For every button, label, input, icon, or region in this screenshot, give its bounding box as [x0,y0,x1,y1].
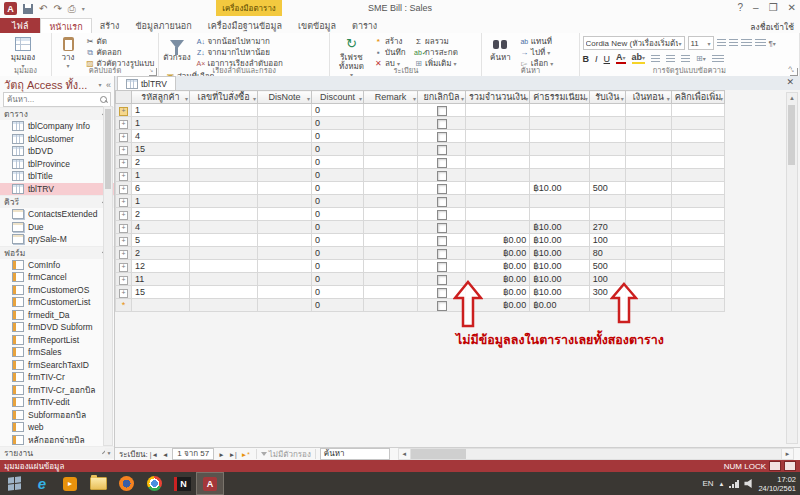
cancel-bill-checkbox[interactable] [437,275,447,285]
cell[interactable] [190,273,258,286]
row-selector[interactable]: + [116,143,132,156]
taskbar-chrome[interactable] [140,472,168,495]
new-blank-record-button[interactable]: ►* [239,451,252,458]
cancel-bill-checkbox[interactable] [437,184,447,194]
cell[interactable] [364,117,418,130]
cell[interactable]: 270 [589,221,625,234]
row-selector[interactable]: + [116,169,132,182]
cell[interactable]: 0 [312,273,364,286]
cell[interactable]: ฿10.00 [530,273,590,286]
ribbon-tab-5[interactable]: เขตข้อมูล [290,18,344,33]
cell[interactable] [530,169,590,182]
column-dropdown-icon[interactable]: ▾ [253,93,256,104]
cell[interactable]: 0 [312,299,364,312]
filter-button[interactable]: ตัวกรอง [162,34,192,62]
nav-item[interactable]: frmCustomerList [0,296,114,309]
cell[interactable]: ฿0.00 [466,247,530,260]
column-dropdown-icon[interactable]: ▾ [461,93,464,104]
cell[interactable] [671,286,724,299]
paragraph-direction-icon[interactable]: ¶▾ [769,39,776,48]
cell[interactable] [258,299,312,312]
cell[interactable] [671,273,724,286]
network-icon[interactable] [729,480,739,488]
cell[interactable] [625,104,671,117]
cancel-bill-checkbox[interactable] [437,197,447,207]
qat-dropdown-icon[interactable]: ▾ [82,5,85,12]
cancel-bill-checkbox[interactable] [437,119,447,129]
clipboard-dialog-launcher[interactable]: ↘ [149,68,157,76]
cell[interactable] [589,104,625,117]
cell[interactable] [625,247,671,260]
cell[interactable] [418,143,466,156]
close-object-icon[interactable]: ✕ [786,77,794,87]
start-button[interactable] [0,472,28,495]
table-row[interactable]: +10 [116,169,725,182]
row-selector[interactable]: + [116,273,132,286]
shutter-close-icon[interactable]: « [106,80,111,90]
cell[interactable] [625,234,671,247]
cell[interactable] [190,299,258,312]
cancel-bill-checkbox[interactable] [437,249,447,259]
cell[interactable]: 0 [312,130,364,143]
ribbon-tab-3[interactable]: ข้อมูลภายนอก [127,18,199,33]
cancel-bill-checkbox[interactable] [437,210,447,220]
cell[interactable] [190,169,258,182]
print-preview-icon[interactable]: ⎙ [68,3,76,15]
cell[interactable]: 500 [589,182,625,195]
column-dropdown-icon[interactable]: ▾ [621,93,624,104]
cell[interactable] [466,143,530,156]
language-indicator[interactable]: EN [702,479,713,488]
cell[interactable] [418,247,466,260]
nav-item[interactable]: frmReportList [0,334,114,347]
italic-button[interactable]: I [595,54,598,64]
cell[interactable]: 5 [132,234,190,247]
cell[interactable] [364,260,418,273]
nav-scroll-down-icon[interactable]: ▼ [105,448,113,458]
cell[interactable] [418,208,466,221]
cell[interactable]: 500 [589,260,625,273]
design-view-shortcut-icon[interactable] [784,461,796,471]
cell[interactable] [466,117,530,130]
cell[interactable] [258,104,312,117]
row-selector[interactable]: + [116,221,132,234]
row-selector[interactable]: + [116,208,132,221]
cell[interactable] [190,260,258,273]
cell[interactable]: 0 [312,234,364,247]
cell[interactable]: 0 [312,286,364,299]
cell[interactable] [671,208,724,221]
cell[interactable]: 0 [312,195,364,208]
nav-item[interactable]: tblTitle [0,170,114,183]
cell[interactable] [589,169,625,182]
taskbar-media-player[interactable]: ▸ [56,472,84,495]
cell[interactable] [625,208,671,221]
tab-tbltrv[interactable]: tblTRV [117,76,176,90]
nav-item[interactable]: ContactsExtended [0,208,114,221]
cell[interactable] [190,247,258,260]
cell[interactable] [671,299,724,312]
table-row[interactable]: +20 [116,208,725,221]
cell[interactable] [190,286,258,299]
cell[interactable]: 15 [132,143,190,156]
cell[interactable]: 4 [132,221,190,234]
tray-expand-icon[interactable]: ▲ [719,481,725,487]
column-dropdown-icon[interactable]: ▾ [667,93,670,104]
cell[interactable] [671,247,724,260]
cell[interactable] [418,169,466,182]
ribbon-tab-2[interactable]: สร้าง [92,18,128,33]
previous-record-button[interactable]: ◄ [160,451,170,458]
nav-item[interactable]: tblCompany Info [0,120,114,133]
column-dropdown-icon[interactable]: ▾ [720,93,723,104]
cell[interactable]: 1 [132,104,190,117]
column-dropdown-icon[interactable]: ▾ [307,93,310,104]
taskbar-notepad-plus[interactable]: N [168,472,196,495]
close-button[interactable]: ✕ [788,2,796,13]
cell[interactable] [625,169,671,182]
ribbon-tab-0[interactable]: ไฟล์ [0,18,40,33]
cell[interactable] [625,143,671,156]
gridlines-icon[interactable]: ⊞▾ [696,54,706,63]
nav-item[interactable]: frmTIV-edit [0,396,114,409]
cell[interactable]: 80 [589,247,625,260]
cell[interactable]: 0 [312,156,364,169]
cell[interactable] [671,169,724,182]
table-row[interactable]: +150 [116,143,725,156]
